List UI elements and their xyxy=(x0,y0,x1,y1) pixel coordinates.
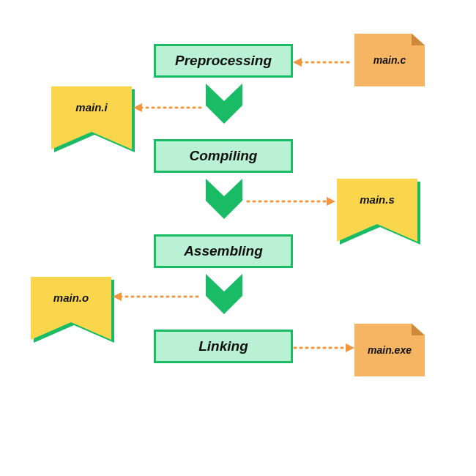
arrow-to-assembly xyxy=(246,196,335,207)
arrow-to-output xyxy=(293,343,354,353)
stage-label: Preprocessing xyxy=(175,53,272,69)
file-input-doc: main.c xyxy=(354,34,425,86)
chevron-down-icon xyxy=(202,179,246,223)
stage-label: Compiling xyxy=(190,148,258,164)
stage-label: Linking xyxy=(198,338,248,354)
arrow-to-object xyxy=(113,291,202,302)
stage-linking: Linking xyxy=(154,330,293,363)
stage-assembling: Assembling xyxy=(154,234,293,268)
file-label: main.exe xyxy=(368,344,412,356)
file-preprocessed-ribbon: main.i xyxy=(51,86,132,149)
svg-marker-4 xyxy=(133,103,142,112)
file-label: main.i xyxy=(75,101,107,114)
file-label: main.c xyxy=(373,54,406,66)
svg-marker-5 xyxy=(206,179,242,219)
svg-marker-10 xyxy=(113,292,122,301)
arrow-input-to-preprocessing xyxy=(293,57,354,67)
stage-preprocessing: Preprocessing xyxy=(154,44,293,78)
file-label: main.s xyxy=(360,193,395,206)
svg-marker-2 xyxy=(206,83,242,124)
svg-marker-7 xyxy=(327,197,335,206)
chevron-down-icon xyxy=(202,83,246,127)
svg-marker-8 xyxy=(206,274,242,314)
stage-compiling: Compiling xyxy=(154,139,293,173)
file-output-doc: main.exe xyxy=(354,324,425,376)
stage-label: Assembling xyxy=(184,243,263,259)
svg-marker-12 xyxy=(346,343,354,352)
arrow-to-preprocessed xyxy=(133,103,202,113)
chevron-down-icon xyxy=(202,274,246,318)
file-label: main.o xyxy=(53,291,89,304)
file-assembly-ribbon: main.s xyxy=(337,179,417,242)
file-object-ribbon: main.o xyxy=(31,277,111,340)
svg-marker-1 xyxy=(293,58,302,67)
